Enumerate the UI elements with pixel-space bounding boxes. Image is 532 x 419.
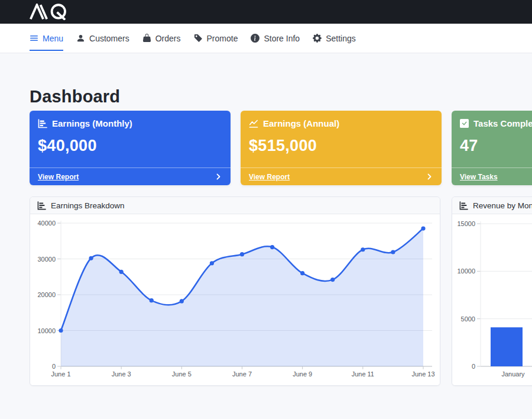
card-value: $40,000 — [38, 137, 222, 155]
main-content: Dashboard Earnings (Monthly) $40,000 Vie… — [0, 87, 532, 386]
svg-text:June 1: June 1 — [51, 370, 70, 378]
svg-text:15000: 15000 — [457, 220, 475, 227]
svg-text:June 9: June 9 — [293, 370, 312, 378]
tag-icon — [194, 34, 203, 43]
view-tasks-link[interactable]: View Tasks — [460, 173, 498, 181]
card-title-row: Earnings (Annual) — [249, 118, 433, 128]
info-circle-icon — [251, 34, 259, 43]
svg-text:0: 0 — [52, 363, 56, 370]
card-title: Earnings (Annual) — [263, 118, 339, 128]
svg-text:30000: 30000 — [37, 256, 56, 263]
svg-text:10000: 10000 — [37, 327, 56, 334]
nav-item-menu[interactable]: Menu — [30, 24, 63, 53]
chart-title: Revenue by Month — [473, 201, 532, 210]
gear-icon — [313, 34, 322, 43]
nav-item-label: Customers — [89, 34, 129, 43]
svg-text:June 11: June 11 — [352, 370, 374, 378]
svg-text:10000: 10000 — [457, 267, 475, 275]
svg-text:20000: 20000 — [37, 291, 56, 298]
card-title-row: Earnings (Monthly) — [38, 118, 222, 128]
nav-item-label: Store Info — [264, 34, 300, 43]
revenue-by-month-card: Revenue by Month 050001000015000January — [452, 196, 532, 386]
earnings-breakdown-card: Earnings Breakdown 010000200003000040000… — [30, 196, 440, 386]
page-title: Dashboard — [30, 87, 532, 107]
logo-q-circle — [52, 5, 65, 18]
chevron-right-icon[interactable] — [215, 173, 222, 181]
card-value: $515,000 — [249, 137, 433, 155]
earnings-monthly-card: Earnings (Monthly) $40,000 View Report — [30, 111, 231, 185]
card-body: Earnings (Annual) $515,000 — [241, 111, 442, 167]
check-square-icon — [460, 119, 469, 128]
hamburger-icon — [30, 34, 38, 43]
nav-item-promote[interactable]: Promote — [194, 24, 238, 53]
topbar — [0, 0, 532, 24]
nav-item-store-info[interactable]: Store Info — [251, 24, 300, 53]
card-footer: View Tasks — [452, 167, 532, 185]
charts-row: Earnings Breakdown 010000200003000040000… — [30, 196, 532, 386]
card-body: Earnings (Monthly) $40,000 — [30, 111, 231, 167]
person-icon — [76, 34, 85, 43]
view-report-link[interactable]: View Report — [249, 173, 290, 181]
nav-item-label: Menu — [43, 34, 63, 43]
svg-text:0: 0 — [472, 363, 475, 370]
earnings-breakdown-line-chart[interactable]: 010000200003000040000June 1June 3June 5J… — [30, 214, 440, 385]
bar-chart-icon — [38, 119, 47, 128]
nav-item-label: Promote — [207, 34, 238, 43]
svg-text:June 3: June 3 — [112, 370, 131, 378]
svg-text:40000: 40000 — [37, 220, 56, 227]
main-nav: Menu Customers Orders Promote Store Info… — [0, 24, 532, 53]
svg-text:June 5: June 5 — [172, 370, 192, 378]
card-title-row: Tasks Completed — [460, 118, 532, 128]
earnings-annual-card: Earnings (Annual) $515,000 View Report — [241, 111, 442, 185]
svg-text:June 13: June 13 — [411, 370, 434, 378]
revenue-by-month-bar-chart[interactable]: 050001000015000January — [452, 214, 532, 385]
card-footer: View Report — [241, 167, 442, 185]
card-value: 47 — [460, 137, 532, 155]
nav-item-label: Orders — [155, 34, 181, 43]
card-footer: View Report — [30, 167, 231, 185]
line-chart-icon — [249, 119, 258, 128]
card-title: Tasks Completed — [473, 118, 532, 128]
chevron-right-icon[interactable] — [426, 173, 433, 181]
view-report-link[interactable]: View Report — [38, 173, 79, 181]
nav-item-settings[interactable]: Settings — [313, 24, 356, 53]
bar-chart-icon — [459, 201, 468, 210]
tasks-completed-card: Tasks Completed 47 View Tasks — [452, 111, 532, 185]
logo[interactable] — [27, 4, 76, 20]
bag-icon — [142, 34, 151, 43]
bar-chart-icon — [37, 201, 46, 210]
svg-text:January: January — [501, 370, 525, 378]
nav-item-orders[interactable]: Orders — [142, 24, 181, 53]
chart-card-header: Earnings Breakdown — [30, 197, 440, 214]
card-title: Earnings (Monthly) — [52, 118, 132, 128]
stat-cards-row: Earnings (Monthly) $40,000 View Report E — [30, 111, 532, 185]
svg-text:June 7: June 7 — [232, 370, 252, 378]
svg-text:5000: 5000 — [461, 315, 475, 323]
nav-item-customers[interactable]: Customers — [76, 24, 129, 53]
card-body: Tasks Completed 47 — [452, 111, 532, 167]
nav-item-label: Settings — [326, 34, 356, 43]
chart-card-header: Revenue by Month — [452, 197, 532, 214]
chart-title: Earnings Breakdown — [51, 201, 125, 210]
